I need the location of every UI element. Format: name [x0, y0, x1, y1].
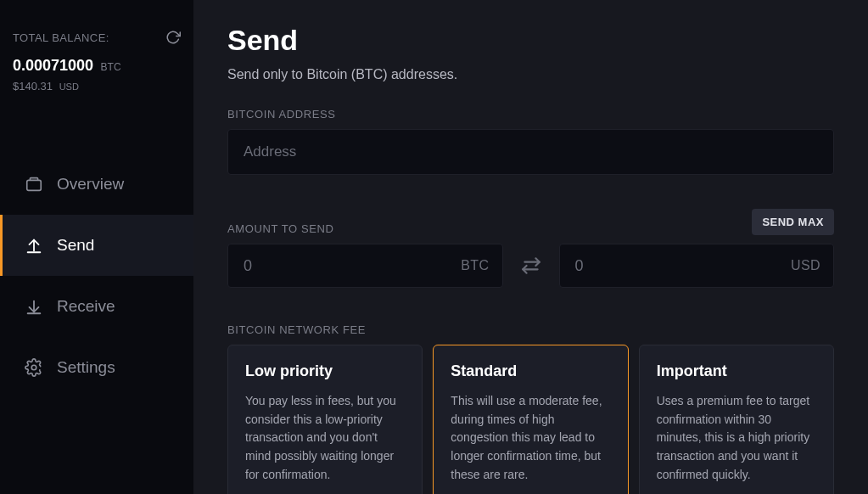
amount-fiat-unit: USD — [791, 258, 820, 273]
nav-item-label: Receive — [57, 297, 115, 316]
balance-fiat-currency: USD — [59, 81, 79, 92]
balance-block: TOTAL BALANCE: 0.00071000 BTC $140.31 US… — [0, 30, 193, 93]
balance-amount: 0.00071000 — [13, 57, 93, 74]
svg-rect-0 — [27, 180, 42, 190]
main-content: Send Send only to Bitcoin (BTC) addresse… — [193, 0, 868, 494]
send-icon — [25, 236, 43, 255]
nav-item-label: Overview — [57, 175, 124, 194]
fee-option-title: Important — [657, 362, 816, 380]
gear-icon — [25, 358, 43, 377]
nav-item-overview[interactable]: Overview — [0, 154, 193, 215]
amount-section-label: AMOUNT TO SEND — [227, 222, 333, 235]
refresh-icon[interactable] — [165, 30, 181, 45]
fee-option-low[interactable]: Low priority You pay less in fees, but y… — [227, 345, 423, 494]
amount-fiat-wrap: USD — [559, 244, 835, 288]
sidebar-nav: Overview Send Receive Settings — [0, 154, 193, 398]
bitcoin-address-input[interactable] — [227, 129, 834, 175]
swap-icon[interactable] — [520, 255, 542, 277]
balance-ticker: BTC — [101, 61, 121, 73]
fee-option-desc: This will use a moderate fee, during tim… — [451, 392, 610, 484]
receive-icon — [25, 297, 43, 316]
fee-options: Low priority You pay less in fees, but y… — [227, 345, 834, 494]
page-subtitle: Send only to Bitcoin (BTC) addresses. — [227, 67, 834, 82]
nav-item-label: Send — [57, 236, 94, 255]
balance-crypto: 0.00071000 BTC — [13, 57, 181, 75]
amount-crypto-unit: BTC — [461, 258, 489, 273]
send-max-button[interactable]: SEND MAX — [752, 209, 834, 235]
total-balance-label: TOTAL BALANCE: — [13, 31, 109, 44]
fee-option-desc: You pay less in fees, but you consider t… — [245, 392, 405, 484]
nav-item-send[interactable]: Send — [0, 215, 193, 276]
fee-option-standard[interactable]: Standard This will use a moderate fee, d… — [433, 345, 628, 494]
fee-option-title: Low priority — [245, 362, 405, 380]
balance-fiat-amount: $140.31 — [13, 80, 53, 93]
amount-row: BTC USD — [227, 244, 834, 288]
fee-option-title: Standard — [451, 362, 610, 380]
balance-header: TOTAL BALANCE: — [13, 30, 181, 45]
balance-fiat: $140.31 USD — [13, 80, 181, 93]
address-section-label: BITCOIN ADDRESS — [227, 108, 834, 121]
fee-option-important[interactable]: Important Uses a premium fee to target c… — [639, 345, 834, 494]
nav-item-label: Settings — [57, 358, 115, 377]
sidebar: TOTAL BALANCE: 0.00071000 BTC $140.31 US… — [0, 0, 193, 494]
page-title: Send — [227, 24, 834, 57]
svg-point-5 — [31, 365, 36, 370]
fee-section-label: BITCOIN NETWORK FEE — [227, 323, 834, 336]
fee-option-desc: Uses a premium fee to target confirmatio… — [657, 392, 816, 484]
overview-icon — [25, 175, 43, 194]
nav-item-receive[interactable]: Receive — [0, 276, 193, 337]
nav-item-settings[interactable]: Settings — [0, 337, 193, 398]
amount-crypto-wrap: BTC — [227, 244, 503, 288]
fee-section: BITCOIN NETWORK FEE Low priority You pay… — [227, 323, 834, 494]
